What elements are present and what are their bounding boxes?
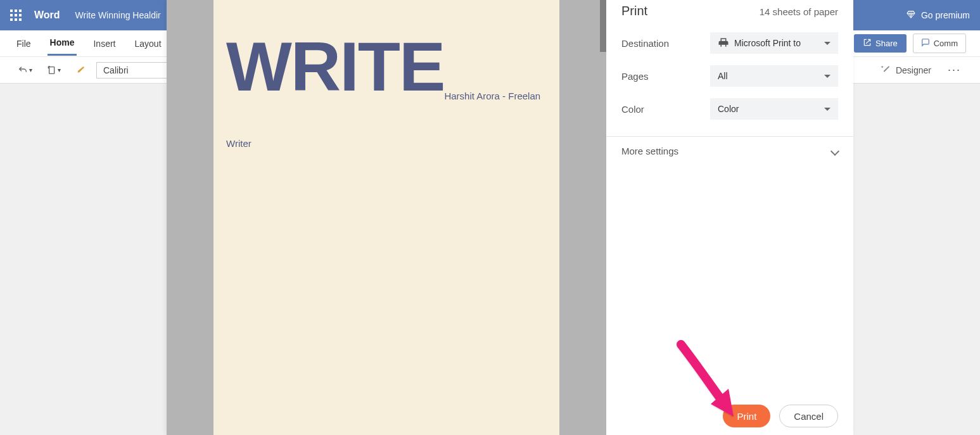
tab-insert[interactable]: Insert — [91, 32, 118, 55]
preview-writer-label: Writer — [226, 138, 547, 149]
wand-icon — [881, 64, 891, 76]
designer-label: Designer — [896, 65, 931, 75]
diamond-icon — [906, 9, 916, 22]
more-settings-toggle[interactable]: More settings — [621, 146, 838, 156]
color-value: Color — [718, 104, 739, 114]
print-dialog-title: Print — [621, 4, 647, 18]
destination-dropdown[interactable]: Microsoft Print to — [710, 32, 838, 54]
tab-file[interactable]: File — [14, 32, 34, 55]
app-launcher-icon[interactable] — [10, 9, 22, 21]
comment-icon — [921, 38, 930, 49]
undo-button[interactable]: ▾ — [14, 63, 36, 78]
color-label: Color — [621, 104, 710, 115]
preview-page: WRITE Harshit Arora - Freelan Writer — [213, 0, 559, 435]
chevron-down-icon — [830, 146, 839, 155]
pages-label: Pages — [621, 71, 710, 82]
tab-layout[interactable]: Layout — [132, 32, 163, 55]
document-title[interactable]: Write Winning Healdir — [75, 10, 161, 20]
preview-heading: WRITE — [226, 32, 444, 101]
more-settings-label: More settings — [621, 146, 678, 156]
chevron-down-icon — [824, 75, 830, 78]
print-button[interactable]: Print — [723, 405, 770, 427]
share-label: Share — [875, 39, 898, 48]
preview-subtitle: Harshit Arora - Freelan — [444, 91, 540, 101]
cancel-button[interactable]: Cancel — [779, 405, 838, 427]
chevron-down-icon — [824, 42, 830, 45]
pages-value: All — [718, 71, 728, 81]
comments-label: Comm — [934, 39, 958, 48]
comments-button[interactable]: Comm — [913, 34, 966, 53]
more-button[interactable]: ··· — [943, 61, 966, 79]
destination-label: Destination — [621, 38, 710, 49]
svg-rect-0 — [49, 66, 54, 73]
pages-dropdown[interactable]: All — [710, 65, 838, 87]
designer-button[interactable]: Designer — [875, 61, 936, 79]
app-name: Word — [34, 9, 60, 21]
tab-home[interactable]: Home — [48, 31, 77, 56]
preview-scrollbar[interactable] — [600, 0, 606, 52]
go-premium-label: Go premium — [921, 10, 970, 20]
format-painter-button[interactable] — [71, 62, 90, 79]
print-settings-pane: Print 14 sheets of paper Destination Mic… — [606, 0, 853, 435]
print-dialog: WRITE Harshit Arora - Freelan Writer Pri… — [167, 0, 853, 435]
divider — [606, 136, 853, 137]
share-button[interactable]: Share — [854, 34, 907, 53]
printer-icon — [718, 37, 729, 50]
go-premium-button[interactable]: Go premium — [906, 9, 970, 22]
clipboard-button[interactable]: ▾ — [42, 62, 65, 79]
sheet-count: 14 sheets of paper — [760, 6, 838, 17]
print-preview-pane[interactable]: WRITE Harshit Arora - Freelan Writer — [167, 0, 606, 435]
share-icon — [863, 38, 872, 49]
chevron-down-icon — [824, 108, 830, 111]
color-dropdown[interactable]: Color — [710, 98, 838, 120]
destination-value: Microsoft Print to — [734, 38, 801, 48]
